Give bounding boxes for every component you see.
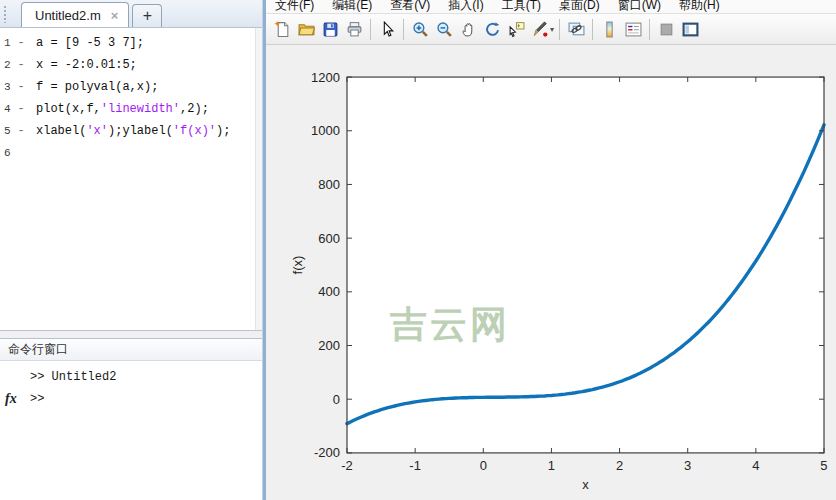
print-icon (346, 21, 363, 38)
new-figure-button[interactable] (271, 17, 293, 41)
x-tick-label: -1 (409, 458, 421, 473)
figure-menubar-items: 文件(F)编辑(E)查看(V)插入(I)工具(T)桌面(D)窗口(W)帮助(H) (266, 0, 836, 13)
y-tick-label: -200 (314, 445, 340, 460)
code-segment: x = -2:0.01:5; (36, 58, 137, 72)
insert-colorbar-button[interactable] (598, 17, 620, 41)
print-button[interactable] (343, 17, 365, 41)
menu-window[interactable]: 窗口(W) (609, 0, 670, 13)
zoom-out-icon (436, 21, 453, 38)
zoom-out-button[interactable] (433, 17, 455, 41)
code-segment: f = polyval(a,x); (36, 80, 158, 94)
editor-line[interactable]: 1-a = [9 -5 3 7]; (0, 32, 262, 54)
brush-button[interactable] (529, 17, 551, 41)
code-text: xlabel('x');ylabel('f(x)'); (36, 124, 230, 138)
y-tick-label: 800 (318, 177, 340, 192)
hide-plot-tools-button[interactable] (655, 17, 677, 41)
zoom-in-icon (412, 21, 429, 38)
link-plots-icon (568, 21, 585, 38)
y-tick-label: 0 (333, 392, 340, 407)
line-exec-dash: - (14, 36, 28, 50)
code-segment: ,2); (180, 102, 209, 116)
code-segment: a = [9 -5 3 7]; (36, 36, 144, 50)
code-string-literal: 'linewidth' (101, 102, 180, 116)
x-axis-label: x (582, 477, 589, 492)
toolbar-separator (370, 19, 371, 40)
y-tick-label: 200 (318, 338, 340, 353)
editor-lines: 1-a = [9 -5 3 7];2-x = -2:0.01:5;3-f = p… (0, 32, 262, 164)
figure-toolbar: ▾ (266, 14, 836, 45)
y-axis-label: f(x) (290, 256, 305, 275)
editor-scrollbar[interactable] (255, 28, 262, 330)
menu-insert[interactable]: 插入(I) (439, 0, 492, 13)
line-number: 5 (0, 125, 14, 137)
menu-file[interactable]: 文件(F) (266, 0, 323, 13)
x-tick-label: 3 (684, 458, 691, 473)
insert-colorbar-icon (601, 21, 618, 38)
editor-line[interactable]: 3-f = polyval(a,x); (0, 76, 262, 98)
save-figure-icon (322, 21, 339, 38)
line-number: 3 (0, 81, 14, 93)
watermark: 吉云网 (389, 303, 510, 346)
x-tick-label: 5 (820, 458, 827, 473)
code-text: plot(x,f,'linewidth',2); (36, 102, 209, 116)
menu-view[interactable]: 查看(V) (381, 0, 439, 13)
menu-tools[interactable]: 工具(T) (493, 0, 550, 13)
toolbar-separator (649, 19, 650, 40)
figure-plot-svg: 吉云网-2-1012345-200020040060080010001200xf… (266, 45, 836, 500)
open-file-button[interactable] (295, 17, 317, 41)
insert-legend-button[interactable] (622, 17, 644, 41)
code-text: x = -2:0.01:5; (36, 58, 137, 72)
editor-line[interactable]: 4-plot(x,f,'linewidth',2); (0, 98, 262, 120)
data-cursor-icon (508, 21, 525, 38)
data-cursor-button[interactable] (505, 17, 527, 41)
new-tab-button[interactable]: + (132, 4, 162, 27)
rotate-3d-button[interactable] (481, 17, 503, 41)
pointer-icon (379, 21, 396, 38)
code-editor[interactable]: 1-a = [9 -5 3 7];2-x = -2:0.01:5;3-f = p… (0, 28, 262, 330)
y-tick-label: 1200 (311, 70, 340, 85)
fx-function-hint-icon[interactable]: fx (5, 391, 17, 407)
editor-line[interactable]: 6 (0, 142, 262, 164)
x-tick-label: -2 (341, 458, 353, 473)
zoom-in-button[interactable] (409, 17, 431, 41)
new-figure-icon (274, 21, 291, 38)
pointer-button[interactable] (376, 17, 398, 41)
command-window-body[interactable]: >> Untitled2 fx >> (0, 361, 262, 500)
code-segment: ); (216, 124, 230, 138)
editor-line[interactable]: 5-xlabel('x');ylabel('f(x)'); (0, 120, 262, 142)
x-tick-label: 1 (548, 458, 555, 473)
tab-close-icon[interactable]: × (111, 8, 119, 23)
line-number: 4 (0, 103, 14, 115)
figure-menubar: 文件(F)编辑(E)查看(V)插入(I)工具(T)桌面(D)窗口(W)帮助(H) (266, 0, 836, 14)
link-plots-button[interactable] (565, 17, 587, 41)
show-plot-tools-button[interactable] (679, 17, 701, 41)
line-number: 2 (0, 59, 14, 71)
panel-divider[interactable] (0, 330, 262, 338)
matlab-workspace: Untitled2.m × + 1-a = [9 -5 3 7];2-x = -… (0, 0, 836, 500)
x-tick-label: 2 (616, 458, 623, 473)
brush-dropdown-caret-icon[interactable]: ▾ (550, 25, 554, 34)
tab-untitled2[interactable]: Untitled2.m × (21, 2, 129, 27)
y-tick-label: 400 (318, 284, 340, 299)
line-exec-dash: - (14, 124, 28, 138)
editor-line[interactable]: 2-x = -2:0.01:5; (0, 54, 262, 76)
pan-button[interactable] (457, 17, 479, 41)
command-prompt[interactable]: >> (30, 392, 44, 406)
brush-icon (532, 21, 549, 38)
dock-grip-icon[interactable] (3, 5, 8, 23)
code-segment: xlabel( (36, 124, 86, 138)
line-number: 1 (0, 37, 14, 49)
rotate-3d-icon (484, 21, 501, 38)
menu-desktop[interactable]: 桌面(D) (550, 0, 609, 13)
menu-edit[interactable]: 编辑(E) (323, 0, 381, 13)
code-text: a = [9 -5 3 7]; (36, 36, 144, 50)
show-plot-tools-icon (682, 21, 699, 38)
command-window-header[interactable]: 命令行窗口 (0, 339, 262, 361)
open-file-icon (298, 21, 315, 38)
hide-plot-tools-icon (658, 21, 675, 38)
y-tick-label: 600 (318, 231, 340, 246)
save-figure-button[interactable] (319, 17, 341, 41)
menu-help[interactable]: 帮助(H) (670, 0, 729, 13)
toolbar-separator (592, 19, 593, 40)
code-segment: plot(x,f, (36, 102, 101, 116)
